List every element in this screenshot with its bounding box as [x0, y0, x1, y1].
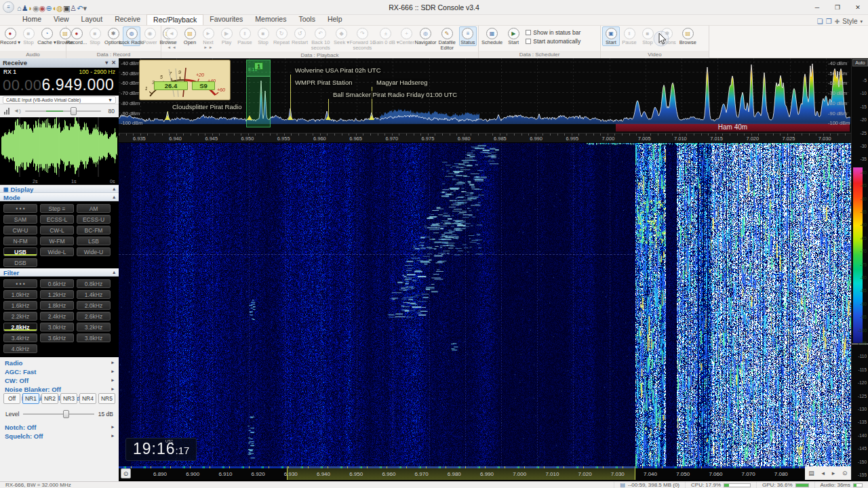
- ribbon-button-datafile-editor[interactable]: ✎Datafile Editor: [435, 26, 458, 52]
- station-label-ball-smacker-pirat-radio[interactable]: Ball Smacker Pirat Radio Friday 01:00 UT…: [332, 91, 458, 99]
- ribbon-button-prev[interactable]: ◄Prev◄ ◄: [163, 26, 180, 50]
- tab-receive[interactable]: Receive: [108, 14, 146, 25]
- add-circle-icon[interactable]: ⊕: [45, 4, 52, 12]
- ribbon-button-start[interactable]: ▣Start: [602, 26, 620, 46]
- radio-row-noise-blanker[interactable]: Noise Blanker: Off▸: [0, 385, 119, 393]
- filter-button-3-6khz[interactable]: 3.6kHz: [40, 333, 74, 342]
- pin-icon[interactable]: ✚: [835, 18, 840, 25]
- ribbon-button-lock-radio[interactable]: ◍Lock Radio: [123, 26, 140, 46]
- volume-slider[interactable]: [25, 110, 101, 112]
- nr-button-nr2[interactable]: NR2: [41, 393, 58, 404]
- filter-button-1-4khz[interactable]: 1.4kHz: [77, 290, 111, 299]
- tab-favourites[interactable]: Favourites: [203, 14, 249, 25]
- mode-button-sam[interactable]: SAM: [3, 215, 37, 224]
- tune-icon[interactable]: ♙: [70, 4, 77, 12]
- filter-button-2-8khz[interactable]: 2.8kHz: [3, 323, 37, 331]
- ribbon-button-schedule[interactable]: ▦Schedule: [480, 26, 504, 46]
- mode-button-am[interactable]: AM: [77, 204, 111, 213]
- mode-button-wide-u[interactable]: Wide-U: [77, 247, 111, 256]
- ribbon-button-stop[interactable]: ■Stop: [639, 26, 656, 46]
- nr-button-nr1[interactable]: NR1: [22, 393, 39, 404]
- display-section-header[interactable]: ▦ Display ▴: [0, 185, 119, 193]
- nr-level-slider[interactable]: [23, 413, 94, 415]
- ribbon-button-pause[interactable]: ‖Pause: [236, 26, 254, 46]
- mode-button-[interactable]: • • •: [3, 204, 37, 213]
- mode-button-cw-u[interactable]: CW-U: [3, 226, 37, 235]
- waterfall-canvas[interactable]: [119, 143, 851, 466]
- maximize-button[interactable]: ❐: [827, 0, 848, 15]
- tab-help[interactable]: Help: [321, 14, 349, 25]
- station-label-wmpr-pirat-station[interactable]: WMPR Pirat Station: [294, 79, 353, 87]
- checkbox-box[interactable]: [526, 39, 531, 44]
- app-menu-button[interactable]: ≡: [3, 1, 14, 13]
- section-pin-icon[interactable]: ▴: [113, 186, 115, 192]
- filter-button-3-8khz[interactable]: 3.8kHz: [77, 333, 111, 342]
- tab-home[interactable]: Home: [16, 14, 47, 25]
- station-flag-icon[interactable]: [288, 115, 293, 120]
- checkbox-start-automatically[interactable]: Start automatically: [526, 38, 580, 45]
- ribbon-button-next[interactable]: ►Next► ►: [199, 26, 217, 50]
- audio-device-select[interactable]: CABLE Input (VB-Audio Virtual Cable) ▼: [3, 96, 116, 104]
- mode-button-cw-l[interactable]: CW-L: [40, 226, 74, 235]
- filter-button-4-0khz[interactable]: 4.0kHz: [3, 344, 37, 353]
- mode-button-lsb[interactable]: LSB: [77, 237, 111, 245]
- volume-slider-thumb[interactable]: [71, 107, 77, 115]
- full-span-frequency-scale[interactable]: ⊙ ▤◂▸⊙ 6.8906.9006.9106.9206.9306.9406.9…: [119, 466, 851, 480]
- filter-button-0-8khz[interactable]: 0.8kHz: [77, 279, 111, 288]
- ribbon-button-back-10-seconds[interactable]: ↶Back 10 seconds: [309, 26, 332, 52]
- more-icon[interactable]: ▾: [83, 4, 87, 12]
- filter-section-header[interactable]: Filter ▴: [0, 268, 119, 277]
- minimize-button[interactable]: ─: [807, 0, 827, 15]
- station-label-wolverine-usa-pirat-02h-[interactable]: Wolverine USA Pirat 02h UTC: [294, 66, 382, 75]
- reset-scale-icon[interactable]: ⊙: [842, 470, 848, 476]
- filter-button-2-6khz[interactable]: 2.6kHz: [77, 312, 111, 321]
- ribbon-button-options[interactable]: ✱Options: [657, 26, 677, 46]
- nr-button-nr5[interactable]: NR5: [98, 393, 115, 404]
- scroll-right-icon[interactable]: ▸: [832, 470, 835, 476]
- filter-button-3-2khz[interactable]: 3.2kHz: [77, 323, 111, 331]
- mode-button-ecss-u[interactable]: ECSS-U: [77, 215, 111, 224]
- ribbon-button-status[interactable]: ≡Status: [459, 26, 477, 46]
- close-button[interactable]: ✕: [848, 0, 868, 15]
- filter-button-1-8khz[interactable]: 1.8kHz: [40, 301, 74, 310]
- ribbon-button-start[interactable]: ▶Start: [505, 26, 522, 46]
- frequency-display[interactable]: 00.006.949.000: [0, 76, 119, 96]
- zoom-reset-button[interactable]: ⊙: [121, 468, 131, 479]
- station-label-magyar-hadsereg[interactable]: Magyar Hadsereg: [375, 79, 429, 87]
- ribbon-button-navigator[interactable]: ◎Navigator: [416, 26, 435, 46]
- mode-button-bc-fm[interactable]: BC-FM: [77, 226, 111, 235]
- scroll-left-icon[interactable]: ◂: [822, 470, 825, 476]
- filter-button-1-0khz[interactable]: 1.0kHz: [3, 290, 37, 299]
- section-pin-icon[interactable]: ▴: [113, 270, 115, 275]
- tab-tools[interactable]: Tools: [292, 14, 321, 25]
- mode-button-usb[interactable]: USB: [3, 247, 37, 256]
- ribbon-button-power[interactable]: ◉Power: [141, 26, 159, 46]
- ribbon-button-forward-10-seconds[interactable]: ↷Forward 10 seconds: [351, 26, 374, 52]
- mode-button-w-fm[interactable]: W-FM: [40, 237, 74, 245]
- ribbon-button-stop[interactable]: ■Stop: [86, 26, 104, 46]
- mode-button-wide-l[interactable]: Wide-L: [40, 247, 74, 256]
- monitor-1-icon[interactable]: ❏: [817, 18, 823, 25]
- play-disc-icon[interactable]: ◉: [33, 4, 39, 12]
- ribbon-button-gain-0-db[interactable]: ±Gain 0 dB ▾: [374, 26, 397, 46]
- notch-row[interactable]: Notch: Off▸: [0, 423, 119, 431]
- style-menu[interactable]: Style: [842, 18, 857, 25]
- mode-section-header[interactable]: Mode ▴: [0, 193, 119, 201]
- radio-row-cw[interactable]: CW: Off▸: [0, 376, 119, 384]
- radio-row-agc[interactable]: AGC: Fast▸: [0, 367, 119, 375]
- camera-icon[interactable]: ▣: [63, 4, 70, 12]
- station-flag-icon[interactable]: [326, 115, 331, 120]
- ribbon-button-restart[interactable]: ↺Restart: [291, 26, 309, 46]
- ribbon-button-seek[interactable]: ◆Seek ▾: [333, 26, 351, 46]
- nr-button-nr3[interactable]: NR3: [60, 393, 77, 404]
- tab-layout[interactable]: Layout: [75, 14, 109, 25]
- ribbon-button-record[interactable]: ●Record...: [68, 26, 85, 46]
- snapshot-icon[interactable]: ▤: [808, 470, 814, 476]
- checkbox-box[interactable]: [526, 30, 531, 35]
- mode-button-n-fm[interactable]: N-FM: [3, 237, 37, 245]
- nr-button-off[interactable]: Off: [3, 393, 20, 404]
- ribbon-button-open[interactable]: ▤Open: [181, 26, 199, 46]
- filter-button-2-0khz[interactable]: 2.0kHz: [77, 301, 111, 310]
- tab-rec-playback[interactable]: Rec/Playback: [146, 14, 203, 25]
- checkbox-show-in-status-bar[interactable]: Show in status bar: [526, 29, 580, 36]
